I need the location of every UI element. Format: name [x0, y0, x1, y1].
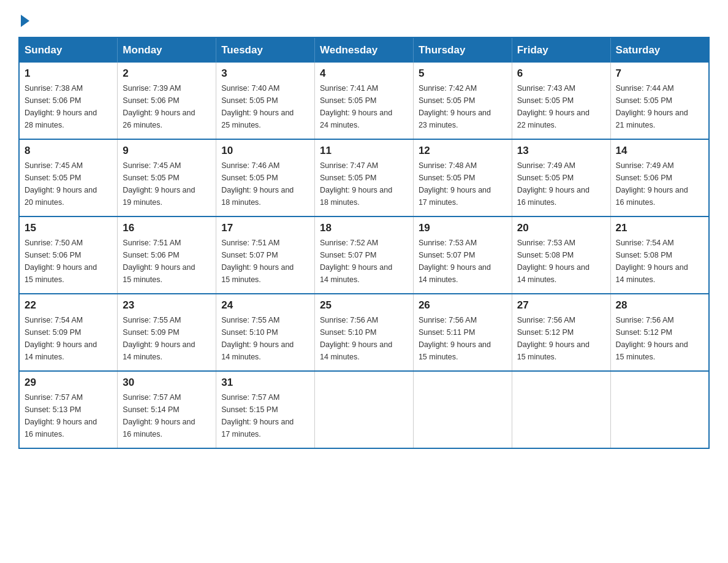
calendar-cell — [610, 371, 709, 448]
calendar-cell: 13 Sunrise: 7:49 AM Sunset: 5:05 PM Dayl… — [512, 139, 610, 216]
header-monday: Monday — [118, 37, 216, 63]
calendar-cell — [413, 371, 512, 448]
day-number: 14 — [616, 145, 703, 157]
day-number: 31 — [221, 377, 309, 389]
calendar-cell: 6 Sunrise: 7:43 AM Sunset: 5:05 PM Dayli… — [512, 63, 610, 139]
calendar-cell: 25 Sunrise: 7:56 AM Sunset: 5:10 PM Dayl… — [315, 294, 414, 371]
day-info: Sunrise: 7:57 AM Sunset: 5:13 PM Dayligh… — [25, 393, 97, 439]
calendar-cell: 22 Sunrise: 7:54 AM Sunset: 5:09 PM Dayl… — [19, 294, 118, 371]
day-info: Sunrise: 7:57 AM Sunset: 5:14 PM Dayligh… — [123, 393, 195, 439]
calendar-cell: 19 Sunrise: 7:53 AM Sunset: 5:07 PM Dayl… — [413, 216, 512, 294]
day-number: 12 — [419, 145, 507, 157]
calendar-cell: 28 Sunrise: 7:56 AM Sunset: 5:12 PM Dayl… — [610, 294, 709, 371]
day-info: Sunrise: 7:48 AM Sunset: 5:05 PM Dayligh… — [419, 161, 491, 207]
calendar-week-row: 22 Sunrise: 7:54 AM Sunset: 5:09 PM Dayl… — [19, 294, 709, 371]
day-number: 29 — [25, 377, 112, 389]
day-number: 10 — [221, 145, 309, 157]
day-info: Sunrise: 7:54 AM Sunset: 5:08 PM Dayligh… — [616, 239, 688, 284]
calendar-table: SundayMondayTuesdayWednesdayThursdayFrid… — [18, 37, 710, 449]
day-number: 27 — [517, 299, 605, 312]
day-number: 13 — [517, 145, 605, 157]
calendar-cell: 29 Sunrise: 7:57 AM Sunset: 5:13 PM Dayl… — [19, 371, 118, 448]
header-friday: Friday — [512, 37, 610, 63]
calendar-cell: 30 Sunrise: 7:57 AM Sunset: 5:14 PM Dayl… — [118, 371, 216, 448]
day-number: 5 — [419, 67, 507, 80]
calendar-cell: 5 Sunrise: 7:42 AM Sunset: 5:05 PM Dayli… — [413, 63, 512, 139]
day-info: Sunrise: 7:41 AM Sunset: 5:05 PM Dayligh… — [320, 84, 392, 129]
calendar-week-row: 1 Sunrise: 7:38 AM Sunset: 5:06 PM Dayli… — [19, 63, 709, 139]
calendar-cell: 3 Sunrise: 7:40 AM Sunset: 5:05 PM Dayli… — [216, 63, 315, 139]
day-info: Sunrise: 7:55 AM Sunset: 5:09 PM Dayligh… — [123, 316, 195, 361]
calendar-cell: 14 Sunrise: 7:49 AM Sunset: 5:06 PM Dayl… — [610, 139, 709, 216]
day-info: Sunrise: 7:52 AM Sunset: 5:07 PM Dayligh… — [320, 239, 392, 284]
day-number: 3 — [221, 67, 309, 80]
calendar-cell — [315, 371, 414, 448]
day-number: 8 — [25, 145, 112, 157]
day-info: Sunrise: 7:50 AM Sunset: 5:06 PM Dayligh… — [25, 239, 97, 284]
calendar-cell: 11 Sunrise: 7:47 AM Sunset: 5:05 PM Dayl… — [315, 139, 414, 216]
day-number: 2 — [123, 67, 211, 80]
page-header — [18, 12, 710, 27]
calendar-cell: 4 Sunrise: 7:41 AM Sunset: 5:05 PM Dayli… — [315, 63, 414, 139]
day-number: 16 — [123, 222, 211, 234]
day-number: 21 — [616, 222, 703, 234]
day-info: Sunrise: 7:40 AM Sunset: 5:05 PM Dayligh… — [221, 84, 294, 129]
day-info: Sunrise: 7:53 AM Sunset: 5:07 PM Dayligh… — [419, 239, 491, 284]
day-number: 20 — [517, 222, 605, 234]
calendar-cell: 1 Sunrise: 7:38 AM Sunset: 5:06 PM Dayli… — [19, 63, 118, 139]
calendar-cell — [512, 371, 610, 448]
calendar-cell: 17 Sunrise: 7:51 AM Sunset: 5:07 PM Dayl… — [216, 216, 315, 294]
calendar-cell: 7 Sunrise: 7:44 AM Sunset: 5:05 PM Dayli… — [610, 63, 709, 139]
day-info: Sunrise: 7:38 AM Sunset: 5:06 PM Dayligh… — [25, 84, 97, 129]
calendar-cell: 27 Sunrise: 7:56 AM Sunset: 5:12 PM Dayl… — [512, 294, 610, 371]
day-info: Sunrise: 7:51 AM Sunset: 5:07 PM Dayligh… — [221, 239, 294, 284]
day-info: Sunrise: 7:39 AM Sunset: 5:06 PM Dayligh… — [123, 84, 195, 129]
day-info: Sunrise: 7:56 AM Sunset: 5:11 PM Dayligh… — [419, 316, 491, 361]
day-number: 17 — [221, 222, 309, 234]
day-info: Sunrise: 7:45 AM Sunset: 5:05 PM Dayligh… — [123, 161, 195, 207]
header-thursday: Thursday — [413, 37, 512, 63]
calendar-cell: 10 Sunrise: 7:46 AM Sunset: 5:05 PM Dayl… — [216, 139, 315, 216]
day-number: 4 — [320, 67, 408, 80]
day-number: 22 — [25, 299, 112, 312]
day-number: 25 — [320, 299, 408, 312]
calendar-cell: 31 Sunrise: 7:57 AM Sunset: 5:15 PM Dayl… — [216, 371, 315, 448]
day-number: 18 — [320, 222, 408, 234]
header-wednesday: Wednesday — [315, 37, 414, 63]
header-sunday: Sunday — [19, 37, 118, 63]
calendar-week-row: 8 Sunrise: 7:45 AM Sunset: 5:05 PM Dayli… — [19, 139, 709, 216]
day-number: 30 — [123, 377, 211, 389]
calendar-cell: 23 Sunrise: 7:55 AM Sunset: 5:09 PM Dayl… — [118, 294, 216, 371]
day-info: Sunrise: 7:45 AM Sunset: 5:05 PM Dayligh… — [25, 161, 97, 207]
day-number: 7 — [616, 67, 703, 80]
calendar-cell: 20 Sunrise: 7:53 AM Sunset: 5:08 PM Dayl… — [512, 216, 610, 294]
day-info: Sunrise: 7:54 AM Sunset: 5:09 PM Dayligh… — [25, 316, 97, 361]
calendar-week-row: 29 Sunrise: 7:57 AM Sunset: 5:13 PM Dayl… — [19, 371, 709, 448]
day-number: 15 — [25, 222, 112, 234]
day-info: Sunrise: 7:43 AM Sunset: 5:05 PM Dayligh… — [517, 84, 590, 129]
day-number: 19 — [419, 222, 507, 234]
day-number: 6 — [517, 67, 605, 80]
day-number: 1 — [25, 67, 112, 80]
day-number: 23 — [123, 299, 211, 312]
day-info: Sunrise: 7:51 AM Sunset: 5:06 PM Dayligh… — [123, 239, 195, 284]
day-info: Sunrise: 7:49 AM Sunset: 5:06 PM Dayligh… — [616, 161, 688, 207]
day-number: 24 — [221, 299, 309, 312]
calendar-header-row: SundayMondayTuesdayWednesdayThursdayFrid… — [19, 37, 709, 63]
day-number: 9 — [123, 145, 211, 157]
logo-arrow-icon — [21, 15, 29, 27]
day-info: Sunrise: 7:44 AM Sunset: 5:05 PM Dayligh… — [616, 84, 688, 129]
day-info: Sunrise: 7:56 AM Sunset: 5:12 PM Dayligh… — [616, 316, 688, 361]
day-info: Sunrise: 7:55 AM Sunset: 5:10 PM Dayligh… — [221, 316, 294, 361]
calendar-cell: 16 Sunrise: 7:51 AM Sunset: 5:06 PM Dayl… — [118, 216, 216, 294]
calendar-cell: 18 Sunrise: 7:52 AM Sunset: 5:07 PM Dayl… — [315, 216, 414, 294]
day-number: 28 — [616, 299, 703, 312]
calendar-cell: 15 Sunrise: 7:50 AM Sunset: 5:06 PM Dayl… — [19, 216, 118, 294]
day-info: Sunrise: 7:42 AM Sunset: 5:05 PM Dayligh… — [419, 84, 491, 129]
calendar-cell: 12 Sunrise: 7:48 AM Sunset: 5:05 PM Dayl… — [413, 139, 512, 216]
logo — [18, 12, 29, 27]
day-info: Sunrise: 7:56 AM Sunset: 5:10 PM Dayligh… — [320, 316, 392, 361]
calendar-week-row: 15 Sunrise: 7:50 AM Sunset: 5:06 PM Dayl… — [19, 216, 709, 294]
day-number: 26 — [419, 299, 507, 312]
calendar-cell: 26 Sunrise: 7:56 AM Sunset: 5:11 PM Dayl… — [413, 294, 512, 371]
